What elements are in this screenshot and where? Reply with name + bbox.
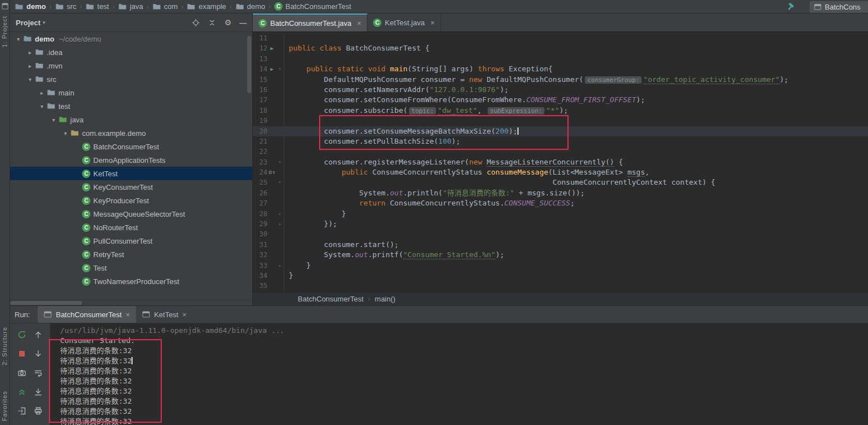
editor-tab-KetTest.java[interactable]: CKetTest.java× <box>367 13 440 31</box>
tree-item-RetryTest[interactable]: CRetryTest <box>10 248 252 261</box>
editor-tab-BatchConsumerTest.java[interactable]: CBatchConsumerTest.java× <box>253 13 367 31</box>
breadcrumb-item-src[interactable]: src <box>54 2 78 11</box>
code-line-19: 19 <box>253 116 868 126</box>
tree-horizontal-scrollbar[interactable] <box>10 300 252 305</box>
run-tab-label: BatchConsumerTest <box>56 310 121 319</box>
tree-item-MessageQueueSelectorTest[interactable]: CMessageQueueSelectorTest <box>10 207 252 221</box>
close-tab-icon[interactable]: × <box>182 310 187 319</box>
fold-slot <box>276 147 283 157</box>
fold-open-icon[interactable]: ▾ <box>276 64 283 74</box>
tree-vertical-scrollbar[interactable] <box>247 36 251 93</box>
chevron-collapsed-icon[interactable]: ▸ <box>25 49 35 56</box>
breadcrumb-item-example[interactable]: example <box>185 2 227 11</box>
editor-breadcrumb-BatchConsumerTest[interactable]: BatchConsumerTest <box>296 294 366 304</box>
run-line-icon[interactable]: ▶ <box>267 43 276 53</box>
stripe-project-button[interactable]: 1: Project <box>1 16 9 47</box>
tree-item-main[interactable]: ▸main <box>10 86 252 99</box>
editor-breadcrumb-main()[interactable]: main() <box>372 294 398 304</box>
breadcrumb-item-demo[interactable]: demo <box>13 2 47 11</box>
hide-icon[interactable]: — <box>239 19 247 27</box>
line-number: 21 <box>253 136 267 147</box>
fold-close-icon[interactable]: ▴ <box>276 261 283 271</box>
code-token: consumer.setConsumeMessageBatchMaxSize( <box>289 127 496 135</box>
tree-item-Test[interactable]: CTest <box>10 261 252 275</box>
thread-dump-icon[interactable] <box>17 368 26 377</box>
build-hammer-icon[interactable] <box>786 2 796 12</box>
gutter-mark-slot <box>267 281 276 291</box>
breadcrumb-item-BatchConsumerTest[interactable]: CBatchConsumerTest <box>273 2 352 11</box>
settings-icon[interactable]: ⚙ <box>224 19 231 26</box>
tree-item-KetTest[interactable]: CKetTest <box>10 167 252 180</box>
gutter: 28▴ <box>253 209 284 219</box>
line-number: 27 <box>253 198 267 208</box>
chevron-expanded-icon[interactable]: ▾ <box>61 130 70 136</box>
tree-item-label: src <box>47 75 56 84</box>
breadcrumb-item-test[interactable]: test <box>84 2 110 11</box>
down-stack-icon[interactable] <box>34 349 43 358</box>
tree-item-DemoApplicationTests[interactable]: CDemoApplicationTests <box>10 153 252 167</box>
gutter-mark-slot <box>267 250 276 260</box>
tree-item-src[interactable]: ▾src <box>10 72 252 86</box>
console-output[interactable]: /usr/lib/jvm/java-1.11.0-openjdk-amd64/b… <box>51 323 868 425</box>
chevron-expanded-icon[interactable]: ▾ <box>13 36 23 42</box>
chevron-collapsed-icon[interactable]: ▸ <box>25 63 35 69</box>
close-tab-icon[interactable]: × <box>430 19 435 27</box>
fold-close-icon[interactable]: ▴ <box>276 209 283 219</box>
folder-icon <box>118 2 127 11</box>
tree-item-NoRouterTest[interactable]: CNoRouterTest <box>10 221 252 234</box>
class-icon: C <box>82 210 90 218</box>
collapse-all-icon[interactable] <box>208 19 216 27</box>
tree-item-BatchConsumerTest[interactable]: CBatchConsumerTest <box>10 140 252 153</box>
scroll-to-end-icon[interactable] <box>34 387 43 396</box>
tree-item-.idea[interactable]: ▸.idea <box>10 45 252 59</box>
stop-icon[interactable] <box>17 349 26 358</box>
chevron-expanded-icon[interactable]: ▾ <box>37 103 47 109</box>
fold-slot <box>276 271 283 281</box>
print-icon[interactable] <box>34 406 43 415</box>
fold-open-icon[interactable]: ▾ <box>276 157 283 167</box>
scrollbar-thumb[interactable] <box>10 301 82 305</box>
close-tab-icon[interactable]: × <box>126 310 130 319</box>
project-stripe-icon[interactable] <box>2 3 8 10</box>
breadcrumb-item-java[interactable]: java <box>117 2 144 11</box>
chevron-collapsed-icon[interactable]: ▸ <box>37 90 47 96</box>
run-line-icon[interactable]: ▶ <box>267 64 276 74</box>
tree-item-PullConsumerTest[interactable]: CPullConsumerTest <box>10 234 252 248</box>
tree-item-demo[interactable]: ▾demo~/code/demo <box>10 32 252 45</box>
chevron-expanded-icon[interactable]: ▾ <box>49 117 58 123</box>
up-stack-icon[interactable] <box>34 330 43 339</box>
tree-item-.mvn[interactable]: ▸.mvn <box>10 59 252 72</box>
tree-item-KeyProducerTest[interactable]: CKeyProducerTest <box>10 194 252 207</box>
run-tab-BatchConsumerTest[interactable]: BatchConsumerTest× <box>38 306 136 323</box>
fold-open-icon[interactable]: ▾ <box>276 177 283 188</box>
run-tab-KetTest[interactable]: KetTest× <box>136 306 193 323</box>
code-token: consumer.subscribe( <box>289 106 407 115</box>
override-marker-icon[interactable]: o↑ <box>267 167 276 177</box>
rerun-icon[interactable] <box>17 330 26 339</box>
tree-item-com.example.demo[interactable]: ▾com.example.demo <box>10 126 252 140</box>
tree-item-test[interactable]: ▾test <box>10 99 252 113</box>
fold-close-icon[interactable]: ▴ <box>276 219 283 229</box>
tree-item-target[interactable]: ▸target <box>10 288 252 291</box>
tree-item-TwoNameserProducerTest[interactable]: CTwoNameserProducerTest <box>10 275 252 288</box>
code-line-15: 15 DefaultMQPushConsumer consumer = new … <box>253 75 868 85</box>
line-number: 26 <box>253 188 267 198</box>
tree-item-java[interactable]: ▾java <box>10 113 252 126</box>
run-configuration-chip[interactable]: BatchCons <box>810 1 868 13</box>
rerun-failed-tests-icon[interactable] <box>17 387 26 396</box>
fold-slot <box>276 188 283 198</box>
stripe-favorites-button[interactable]: Favorites <box>1 391 9 421</box>
chevron-expanded-icon[interactable]: ▾ <box>25 76 35 83</box>
exit-icon[interactable] <box>17 406 26 415</box>
code-editor[interactable]: 1112▶public class BatchConsumerTest {131… <box>253 32 868 292</box>
locate-icon[interactable] <box>192 19 200 27</box>
tree-item-label: .mvn <box>47 62 62 70</box>
close-tab-icon[interactable]: × <box>357 19 362 28</box>
breadcrumb-item-com[interactable]: com <box>151 2 179 11</box>
stripe-structure-button[interactable]: 2: Structure <box>1 327 9 365</box>
tree-item-KeyConsumerTest[interactable]: CKeyConsumerTest <box>10 180 252 194</box>
soft-wrap-icon[interactable] <box>34 368 43 377</box>
breadcrumb-item-demo[interactable]: demo <box>234 2 267 11</box>
chevron-down-icon[interactable]: ▾ <box>43 20 46 25</box>
gutter-mark-slot <box>267 54 276 64</box>
